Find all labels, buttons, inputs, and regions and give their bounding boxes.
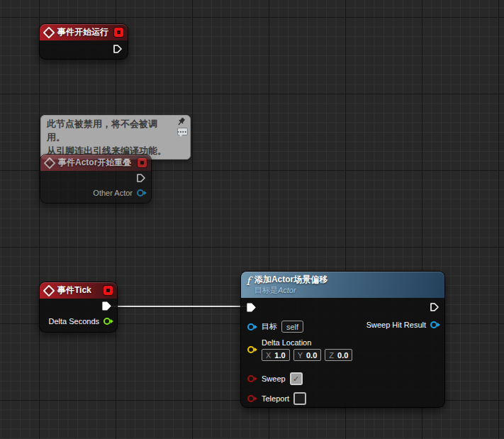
delta-seconds-pin[interactable]: Delta Seconds bbox=[48, 317, 113, 326]
event-disable-icon[interactable] bbox=[138, 158, 147, 167]
sweep-pin-row[interactable]: Sweep ✓ bbox=[247, 372, 303, 385]
other-actor-pin[interactable]: Other Actor bbox=[93, 189, 147, 197]
exec-out-pin[interactable] bbox=[101, 301, 112, 311]
node-event-actor-begin-overlap[interactable]: 事件Actor开始重叠 Other Actor bbox=[40, 154, 152, 204]
exec-wire bbox=[111, 306, 247, 307]
tooltip-line-1: 此节点被禁用，将不会被调用。 bbox=[47, 117, 172, 144]
node-add-actor-world-offset[interactable]: f 添加Actor场景偏移 目标是Actor 目标 self Sweep Hit… bbox=[240, 271, 445, 408]
node-header: 事件Tick bbox=[40, 282, 117, 299]
blueprint-graph-canvas[interactable]: 事件开始运行 此节点被禁用，将不会被调用。 从引脚连出引线来编译功能。 事件Ac… bbox=[0, 0, 504, 439]
vector-x-input[interactable]: X 1.0 bbox=[262, 349, 290, 361]
bool-pin-icon bbox=[247, 395, 254, 402]
vector-pin-icon bbox=[247, 346, 254, 353]
node-title: 添加Actor场景偏移 bbox=[254, 274, 327, 285]
float-pin-icon bbox=[103, 318, 111, 325]
vector-y-input[interactable]: Y 0.0 bbox=[293, 349, 322, 361]
node-subtitle: 目标是Actor bbox=[254, 285, 327, 296]
event-diamond-icon bbox=[43, 26, 55, 38]
exec-pin-icon bbox=[430, 302, 439, 312]
pin-label: Sweep Hit Result bbox=[366, 321, 426, 329]
node-header: 事件开始运行 bbox=[40, 24, 128, 40]
teleport-checkbox[interactable] bbox=[293, 392, 306, 405]
pin-label: Teleport bbox=[262, 394, 289, 403]
target-pin-row[interactable]: 目标 self bbox=[247, 321, 303, 333]
event-diamond-icon bbox=[43, 284, 55, 296]
exec-out-pin[interactable] bbox=[113, 44, 123, 54]
node-event-begin-play[interactable]: 事件开始运行 bbox=[39, 23, 128, 60]
target-value-box[interactable]: self bbox=[281, 321, 303, 333]
object-pin-icon bbox=[247, 323, 254, 330]
pin-label: Delta Location bbox=[262, 338, 352, 347]
comment-bubble-icon[interactable] bbox=[177, 128, 188, 135]
pushpin-icon[interactable] bbox=[177, 117, 186, 126]
exec-pin-icon bbox=[246, 302, 257, 313]
event-disable-icon[interactable] bbox=[114, 28, 123, 37]
node-title: 事件Actor开始重叠 bbox=[58, 157, 131, 169]
event-diamond-icon bbox=[44, 157, 56, 169]
pin-label: Delta Seconds bbox=[48, 317, 99, 326]
teleport-pin-row[interactable]: Teleport bbox=[247, 392, 306, 405]
event-disable-icon[interactable] bbox=[103, 286, 113, 295]
exec-pin-icon bbox=[101, 301, 112, 311]
sweep-hit-result-pin-row[interactable]: Sweep Hit Result bbox=[366, 321, 440, 329]
pin-label: Sweep bbox=[262, 374, 286, 383]
node-header: f 添加Actor场景偏移 目标是Actor bbox=[241, 272, 444, 298]
node-header: 事件Actor开始重叠 bbox=[40, 155, 151, 171]
pin-label: Other Actor bbox=[93, 189, 133, 197]
exec-out-pin[interactable] bbox=[136, 173, 146, 183]
exec-out-pin[interactable] bbox=[430, 302, 439, 312]
vector-z-input[interactable]: Z 0.0 bbox=[325, 349, 352, 361]
bool-pin-icon bbox=[247, 375, 254, 382]
disabled-node-tooltip: 此节点被禁用，将不会被调用。 从引脚连出引线来编译功能。 bbox=[40, 115, 191, 160]
exec-pin-icon bbox=[136, 173, 146, 183]
delta-location-pin-row[interactable]: Delta Location X 1.0 Y 0.0 Z 0.0 bbox=[247, 338, 352, 361]
node-title: 事件开始运行 bbox=[57, 26, 108, 38]
object-pin-icon bbox=[137, 189, 144, 196]
exec-in-pin[interactable] bbox=[246, 302, 257, 313]
function-icon: f bbox=[246, 276, 250, 287]
node-title: 事件Tick bbox=[57, 284, 91, 296]
node-event-tick[interactable]: 事件Tick Delta Seconds bbox=[39, 282, 118, 333]
exec-pin-icon bbox=[113, 44, 123, 54]
object-pin-icon bbox=[430, 321, 437, 328]
sweep-checkbox[interactable]: ✓ bbox=[290, 372, 303, 385]
pin-label: 目标 bbox=[262, 321, 277, 332]
